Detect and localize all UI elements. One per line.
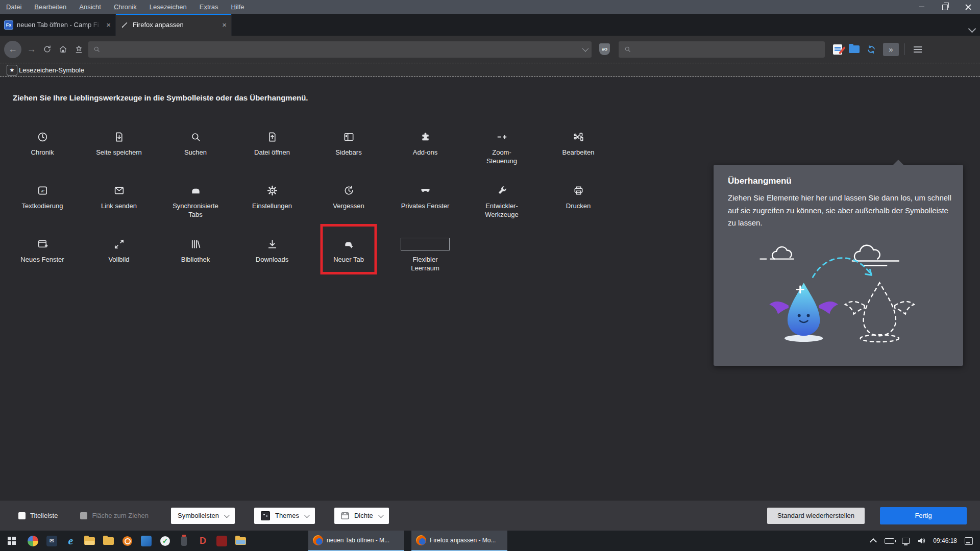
customize-item-datei-öffnen[interactable]: Datei öffnen (234, 124, 310, 178)
customize-item-neues-fenster[interactable]: Neues Fenster (4, 231, 81, 285)
restore-button[interactable] (933, 0, 957, 14)
taskbar-window-firefox-anpassen-mo[interactable]: Firefox anpassen - Mo... (411, 531, 507, 551)
battery-icon[interactable] (885, 538, 894, 544)
search-bar[interactable] (619, 41, 825, 58)
close-button[interactable] (957, 0, 980, 14)
menu-bearbeiten[interactable]: Bearbeiten (34, 3, 66, 11)
restore-icon (942, 5, 948, 10)
flexible-space-placeholder (401, 238, 450, 251)
ublock-extension-icon[interactable]: uO (599, 43, 610, 55)
chevron-down-icon (304, 512, 310, 517)
hamburger-menu-icon[interactable] (914, 49, 922, 50)
customize-item-sidebars[interactable]: Sidebars (310, 124, 387, 178)
library-button[interactable] (71, 41, 87, 57)
menu-datei[interactable]: Datei (6, 3, 21, 11)
dark-red-app-icon[interactable] (212, 531, 231, 551)
customize-item-label: Chronik (31, 148, 54, 157)
bookmarks-toolbar[interactable]: ★ Lesezeichen-Symbole (0, 63, 980, 77)
customize-item-label: Datei öffnen (254, 148, 290, 157)
new-tab-icon (343, 237, 355, 251)
customize-item-downloads[interactable]: Downloads (234, 231, 310, 285)
dropdown-label: Dichte (354, 512, 373, 519)
sync-extension-icon[interactable] (866, 44, 877, 55)
red-d-app-icon[interactable]: D (193, 531, 212, 551)
blue-e-browser-icon[interactable]: e (61, 531, 80, 551)
customize-item-label: Einstellungen (252, 202, 292, 210)
customize-item-neuer-tab[interactable]: Neuer Tab (310, 231, 387, 285)
firefox-logo-icon (416, 535, 426, 545)
customize-item-chronik[interactable]: Chronik (4, 124, 81, 178)
system-tray: 09:46:18 (872, 537, 980, 545)
customize-item-bearbeiten[interactable]: Bearbeiten (540, 124, 617, 178)
tab-neuen-tab-öffnen-camp-fi[interactable]: Fxneuen Tab öffnen - Camp Fi× (0, 14, 116, 36)
media-folder-icon[interactable] (231, 531, 250, 551)
menu-extras[interactable]: Extras (200, 3, 218, 11)
notes-extension-icon[interactable] (833, 44, 842, 55)
footer-dropdowns: SymbolleistenThemesDichte (171, 508, 408, 524)
home-button[interactable] (55, 41, 71, 57)
dropdown-symbolleisten[interactable]: Symbolleisten (171, 508, 235, 524)
tab-close-icon[interactable]: × (106, 21, 111, 29)
menu-hilfe[interactable]: Hilfe (231, 3, 244, 11)
hidden-icons-chevron-icon[interactable] (870, 538, 877, 545)
back-button[interactable]: ← (4, 41, 21, 58)
customize-item-drucken[interactable]: Drucken (540, 178, 617, 231)
restore-defaults-button[interactable]: Standard wiederherstellen (767, 508, 865, 524)
utility-folder-icon[interactable] (80, 531, 99, 551)
customize-item-zoom-steuerung[interactable]: Zoom-Steuerung (463, 124, 540, 178)
forward-button[interactable]: → (23, 41, 39, 57)
menu-lesezeichen[interactable]: Lesezeichen (150, 3, 187, 11)
bookmark-star-icon: ★ (7, 65, 17, 76)
overflow-menu-button[interactable]: » (883, 43, 899, 56)
customize-item-entwickler-werkzeuge[interactable]: Entwickler-Werkzeuge (463, 178, 540, 231)
done-button[interactable]: Fertig (880, 507, 967, 524)
customize-item-privates-fenster[interactable]: Privates Fenster (387, 178, 463, 231)
tab-close-icon[interactable]: × (222, 21, 227, 29)
taskbar-window-neuen-tab-öffnen-m[interactable]: neuen Tab öffnen - M... (308, 531, 404, 551)
customize-item-bibliothek[interactable]: Bibliothek (157, 231, 234, 285)
menu-ansicht[interactable]: Ansicht (79, 3, 101, 11)
taskbar-clock[interactable]: 09:46:18 (933, 537, 957, 544)
checkbox-icon[interactable] (18, 512, 26, 519)
customize-item-textkodierung[interactable]: æTextkodierung (4, 178, 81, 231)
orange-tool-icon[interactable] (118, 531, 137, 551)
overflow-menu-panel[interactable]: Überhangmenü Ziehen Sie Elemente hier he… (714, 165, 963, 366)
dark-mail-icon[interactable]: ✉ (42, 531, 61, 551)
yellow-folder-icon[interactable] (99, 531, 118, 551)
volume-icon[interactable] (917, 537, 925, 545)
customize-item-einstellungen[interactable]: Einstellungen (234, 178, 310, 231)
home-icon (58, 44, 68, 54)
reload-button[interactable] (39, 41, 55, 57)
checkbox-titelleiste[interactable]: Titelleiste (18, 512, 58, 519)
start-button[interactable] (0, 531, 23, 551)
download-arrow-icon (266, 237, 278, 251)
minimize-button[interactable] (910, 0, 933, 14)
network-icon[interactable] (902, 538, 910, 544)
dropdown-label: Symbolleisten (178, 512, 219, 519)
customize-item-synchronisierte-tabs[interactable]: SynchronisierteTabs (157, 178, 234, 231)
dark-flask-icon[interactable] (175, 531, 193, 551)
customize-item-suchen[interactable]: Suchen (157, 124, 234, 178)
big-cloud-icon (852, 245, 899, 265)
colorful-ball-icon[interactable] (23, 531, 42, 551)
list-all-tabs-chevron-icon[interactable] (968, 25, 976, 33)
tab-firefox-anpassen[interactable]: Firefox anpassen× (116, 14, 232, 36)
url-dropdown-chevron-icon[interactable] (582, 45, 589, 52)
firefox-favicon: Fx (5, 21, 13, 29)
dropdown-dichte[interactable]: Dichte (334, 508, 389, 524)
library-books-icon (190, 237, 202, 251)
action-center-icon[interactable] (965, 537, 973, 545)
url-bar[interactable] (88, 41, 592, 58)
customize-item-flexibler-leerraum[interactable]: FlexiblerLeerraum (387, 231, 463, 285)
menubar-items: DateiBearbeitenAnsichtChronikLesezeichen… (6, 3, 244, 11)
customize-item-add-ons[interactable]: Add-ons (387, 124, 463, 178)
customize-item-link-senden[interactable]: Link senden (81, 178, 157, 231)
folder-extension-icon[interactable] (849, 45, 860, 53)
green-check-icon[interactable]: ✓ (156, 531, 175, 551)
customize-item-vergessen[interactable]: Vergessen (310, 178, 387, 231)
customize-item-vollbild[interactable]: Vollbild (81, 231, 157, 285)
blue-app-icon[interactable] (137, 531, 156, 551)
customize-item-seite-speichern[interactable]: Seite speichern (81, 124, 157, 178)
menu-chronik[interactable]: Chronik (114, 3, 137, 11)
dropdown-themes[interactable]: Themes (254, 508, 315, 524)
